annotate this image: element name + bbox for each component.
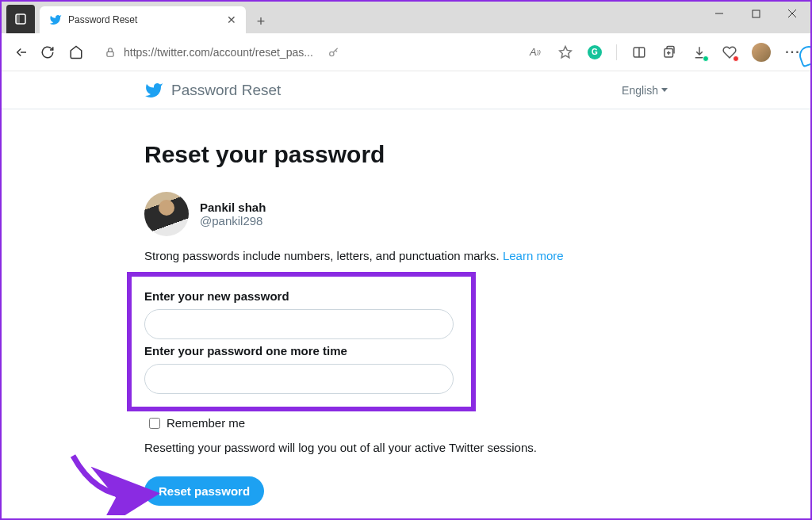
svg-rect-1 bbox=[16, 14, 20, 24]
key-icon[interactable] bbox=[327, 46, 340, 59]
user-avatar bbox=[144, 192, 189, 236]
language-selector[interactable]: English bbox=[622, 84, 668, 97]
browser-tab[interactable]: Password Reset ✕ bbox=[40, 6, 246, 33]
home-button[interactable] bbox=[68, 44, 84, 60]
chevron-down-icon bbox=[661, 88, 668, 92]
session-note: Resetting your password will log you out… bbox=[144, 441, 596, 454]
svg-rect-3 bbox=[753, 10, 760, 17]
profile-avatar[interactable] bbox=[752, 43, 771, 62]
address-bar[interactable]: https://twitter.com/account/reset_pas... bbox=[105, 46, 340, 59]
user-block: Pankil shah @pankil298 bbox=[144, 192, 596, 236]
read-aloud-icon[interactable]: A)) bbox=[527, 44, 543, 60]
svg-marker-9 bbox=[560, 46, 572, 57]
back-button[interactable] bbox=[11, 44, 27, 60]
tab-close-icon[interactable]: ✕ bbox=[227, 13, 236, 26]
reset-password-button[interactable]: Reset password bbox=[144, 476, 264, 506]
page-heading: Reset your password bbox=[144, 141, 596, 168]
header-title: Password Reset bbox=[171, 82, 281, 99]
grammarly-icon[interactable]: G bbox=[588, 45, 602, 59]
twitter-logo-icon bbox=[144, 81, 163, 100]
learn-more-link[interactable]: Learn more bbox=[503, 249, 564, 262]
maximize-button[interactable] bbox=[737, 2, 774, 25]
twitter-icon bbox=[49, 13, 62, 26]
password-hint: Strong passwords include numbers, letter… bbox=[144, 249, 596, 262]
refresh-button[interactable] bbox=[40, 44, 56, 60]
main-content: Reset your password Pankil shah @pankil2… bbox=[2, 109, 596, 506]
user-name: Pankil shah bbox=[200, 201, 266, 214]
new-tab-button[interactable]: + bbox=[249, 10, 273, 33]
window-controls bbox=[701, 2, 810, 25]
confirm-password-label: Enter your password one more time bbox=[144, 344, 458, 358]
confirm-password-input[interactable] bbox=[144, 364, 454, 394]
collections-icon[interactable] bbox=[661, 44, 677, 60]
close-window-button[interactable] bbox=[774, 2, 810, 25]
minimize-button[interactable] bbox=[701, 2, 737, 25]
annotation-highlight: Enter your new password Enter your passw… bbox=[127, 272, 476, 411]
new-password-input[interactable] bbox=[144, 309, 454, 339]
remember-me-row[interactable]: Remember me bbox=[149, 416, 596, 430]
tab-overview-button[interactable] bbox=[6, 5, 35, 33]
divider bbox=[616, 44, 617, 60]
new-password-label: Enter your new password bbox=[144, 289, 458, 303]
tab-title: Password Reset bbox=[68, 14, 220, 25]
browser-toolbar: https://twitter.com/account/reset_pas...… bbox=[2, 33, 810, 71]
remember-me-checkbox[interactable] bbox=[149, 418, 160, 429]
more-menu-icon[interactable]: ··· bbox=[785, 44, 801, 60]
split-screen-icon[interactable] bbox=[631, 44, 647, 60]
user-handle: @pankil298 bbox=[200, 214, 266, 228]
performance-icon[interactable] bbox=[722, 44, 737, 60]
lock-icon bbox=[105, 47, 116, 58]
browser-titlebar: Password Reset ✕ + bbox=[2, 2, 810, 33]
downloads-icon[interactable] bbox=[691, 44, 707, 60]
url-text: https://twitter.com/account/reset_pas... bbox=[124, 46, 313, 59]
page-header: Password Reset English bbox=[2, 71, 810, 109]
svg-rect-7 bbox=[107, 52, 113, 56]
language-label: English bbox=[622, 84, 658, 97]
favorite-icon[interactable] bbox=[557, 44, 573, 60]
remember-me-label: Remember me bbox=[167, 416, 245, 430]
